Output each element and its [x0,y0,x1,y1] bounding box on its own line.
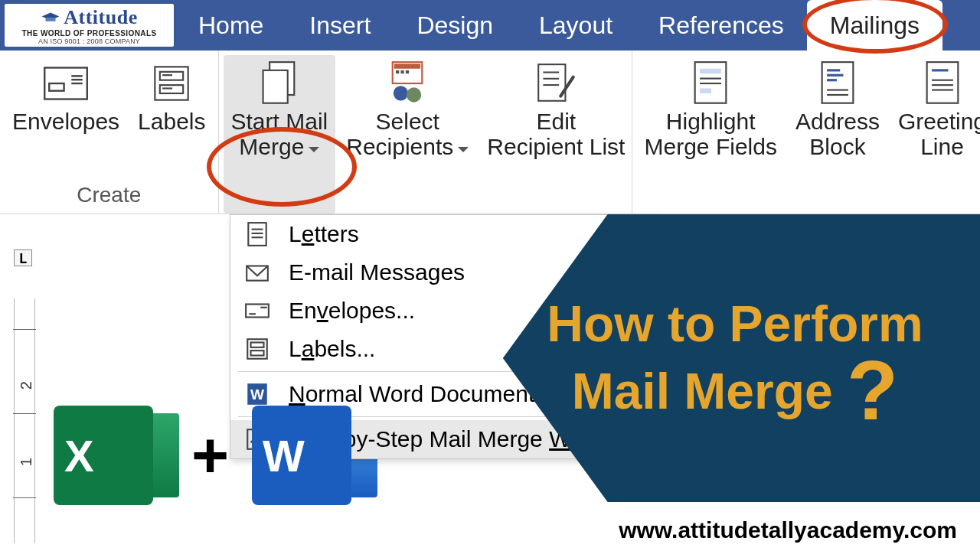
menu-envelopes-label: Envelopes... [289,298,415,324]
envelope-icon [42,58,90,109]
highlight-fields-icon [687,58,734,109]
logo-subtitle: THE WORLD OF PROFESSIONALS [22,29,157,37]
start-mail-merge-label1: Start Mail [231,109,328,134]
svg-rect-37 [926,62,958,103]
excel-icon: X [54,406,153,505]
svg-text:W: W [250,386,265,403]
edit-recipient-label2: Recipient List [487,134,625,159]
envelope-small-icon [244,298,270,324]
select-recipients-button[interactable]: Select Recipients [338,55,476,214]
svg-point-20 [407,87,421,102]
svg-rect-31 [822,62,854,103]
labels-icon [148,58,195,109]
highlight-label2: Merge Fields [645,134,777,159]
svg-rect-47 [246,305,269,318]
ruler-mark-2: 2 [18,381,35,390]
svg-point-19 [394,86,408,100]
menu-email-label: E-mail Messages [289,259,465,285]
greeting-line-icon [919,58,966,109]
word-icon: W [252,406,351,505]
svg-rect-30 [700,88,711,93]
banner-line2: Mail Merge [572,363,833,419]
envelopes-button[interactable]: Envelopes [5,55,127,178]
ribbon: Envelopes Labels Create Start Mail Merge [0,51,980,214]
svg-rect-15 [394,64,420,68]
address-label2: Block [809,134,865,159]
ribbon-group-write-insert: Highlight Merge Fields Address Block Gre… [632,51,980,214]
email-icon [244,259,270,285]
start-mail-merge-label2: Merge [239,134,319,159]
edit-list-icon [532,58,580,109]
letter-doc-icon [244,221,270,247]
svg-rect-17 [401,70,404,73]
logo-title: Attitude [64,6,137,29]
address-label1: Address [795,109,880,134]
envelopes-label: Envelopes [12,109,119,134]
select-recipients-label1: Select [376,109,439,134]
group-label-create: Create [5,178,214,214]
address-block-button[interactable]: Address Block [788,55,887,214]
word-letter: W [263,430,305,481]
greeting-label2: Line [920,134,964,159]
vertical-ruler[interactable]: 2 1 [14,298,35,543]
recipients-icon [384,58,431,109]
menu-labels-label: Labels... [289,336,375,362]
highlight-label1: Highlight [666,109,756,134]
excel-plus-word-graphic: X + W [54,406,351,505]
greeting-line-button[interactable]: Greeting Line [890,55,980,214]
ruler-corner: L [14,249,32,266]
tab-mailings[interactable]: Mailings [807,0,942,51]
tab-home[interactable]: Home [175,0,286,51]
select-recipients-label2: Recipients [346,134,469,159]
banner-question-mark: ? [847,365,898,416]
graduation-cap-icon [41,11,60,24]
label-small-icon [244,336,270,362]
plus-symbol: + [158,419,247,493]
svg-rect-51 [251,343,264,347]
svg-rect-52 [251,350,264,355]
excel-letter: X [64,430,94,481]
start-mail-merge-button[interactable]: Start Mail Merge [224,55,336,214]
edit-recipient-list-button[interactable]: Edit Recipient List [479,55,632,214]
ruler-mark-1: 1 [18,458,35,466]
svg-rect-18 [406,70,409,73]
documents-stack-icon [256,58,303,109]
greeting-label1: Greeting [898,109,980,134]
edit-recipient-label1: Edit [536,109,576,134]
tab-strip: Attitude THE WORLD OF PROFESSIONALS AN I… [0,0,980,51]
menu-normal-label: Normal Word Document [289,381,534,407]
tab-layout[interactable]: Layout [516,0,635,51]
brand-logo: Attitude THE WORLD OF PROFESSIONALS AN I… [3,2,175,48]
svg-rect-1 [46,18,56,21]
tab-references[interactable]: References [635,0,807,51]
address-block-icon [814,58,861,109]
document-margin-area: L 2 1 [0,249,230,551]
tab-insert[interactable]: Insert [286,0,394,51]
highlight-merge-fields-button[interactable]: Highlight Merge Fields [637,55,785,214]
tab-design[interactable]: Design [394,0,516,51]
logo-iso: AN ISO 9001 : 2008 COMPANY [38,37,140,45]
svg-rect-27 [700,69,721,73]
labels-label: Labels [138,109,205,134]
menu-letters-label: Letters [289,221,359,247]
svg-rect-13 [263,70,287,103]
ribbon-group-start-mail-merge: Start Mail Merge Select Recipients [219,51,632,214]
word-doc-icon: W [244,381,270,407]
ribbon-group-create: Envelopes Labels Create [0,51,219,214]
svg-rect-16 [396,70,399,73]
website-url: www.attitudetallyacademy.com [619,517,957,543]
labels-button[interactable]: Labels [130,55,213,178]
svg-rect-3 [49,83,64,91]
